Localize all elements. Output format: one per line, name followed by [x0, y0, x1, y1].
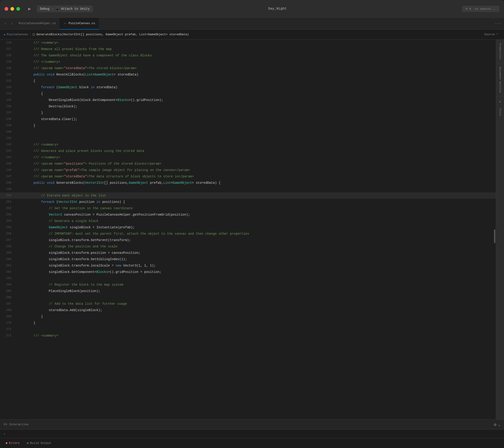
code-line-257: 257 singleBlock.transform.SetParent(tran… — [0, 237, 496, 243]
line-content-254[interactable]: // Generate a single block — [16, 218, 496, 224]
close-button[interactable] — [4, 7, 8, 11]
line-content-258[interactable]: // Change the position and the scale — [16, 243, 496, 250]
line-content-255[interactable]: GameObject singleBlock = Instantiate(pre… — [16, 224, 496, 231]
scroll-indicator[interactable] — [494, 230, 495, 243]
line-content-235[interactable]: ResetSingleBlock(block.GetComponent<Bloc… — [16, 97, 496, 103]
bottom-chevron-icon[interactable]: ⌄ — [498, 422, 500, 427]
line-content-269[interactable]: } — [16, 313, 496, 320]
tab-puzzle-canvas[interactable]: ✕ PuzzleCanvas.cs — [59, 18, 99, 30]
line-content-243[interactable]: /// Generate and place preset blocks usi… — [16, 148, 496, 154]
line-content-261[interactable]: singleBlock.transform.localScale = new V… — [16, 262, 496, 269]
play-button[interactable]: ▶ — [26, 5, 33, 13]
line-content-252[interactable]: // Get the position in the canvas coordi… — [16, 205, 496, 212]
code-line-241: 241 — [0, 135, 496, 141]
tabs-overflow-button[interactable]: ··· — [494, 20, 502, 27]
line-content-231[interactable]: public void ResetAllBlocks(List<GameObje… — [16, 71, 496, 78]
line-content-228[interactable]: /// The GameObject should have a compone… — [16, 52, 496, 59]
maximize-button[interactable] — [16, 7, 20, 11]
breadcrumb-class-icon: ◆ — [4, 33, 5, 36]
source-chevron-icon: ⌃ — [496, 33, 498, 36]
code-line-271: 271 — [0, 326, 496, 332]
attach-label: Attach to Unity — [61, 7, 90, 11]
line-content-229[interactable]: /// </summary> — [16, 59, 496, 65]
line-number-232: 232 — [0, 78, 16, 84]
line-number-261: 261 — [0, 262, 16, 269]
line-content-267[interactable]: // Add to the data list for further usag… — [16, 301, 496, 307]
breadcrumb-method[interactable]: GenerateBlocks(Vector2Int[] positions, G… — [36, 33, 189, 36]
debug-bar[interactable]: Debug › 📱 Attach to Unity — [37, 5, 93, 12]
code-line-246: 246 /// <param name="prefab">The sample … — [0, 167, 496, 173]
errors-item[interactable]: ● Errors — [4, 440, 21, 446]
tab-puzzle-canvas-helper[interactable]: PuzzleCanvasHelper.cs — [15, 18, 59, 30]
build-label: Build Output — [30, 441, 51, 445]
sidebar-tests[interactable]: Tests — [498, 106, 503, 118]
line-content-245[interactable]: /// <param name="positions"> Positions o… — [16, 160, 496, 167]
breadcrumb-class-label: PuzzleCanvas — [7, 33, 28, 36]
debug-label: Debug — [40, 7, 50, 11]
line-content-233[interactable]: foreach (GameObject block in storedData) — [16, 84, 496, 91]
sidebar-lightning-icon[interactable]: ⚡ — [498, 98, 502, 105]
line-content-242[interactable]: /// <summary> — [16, 141, 496, 148]
line-content-234[interactable]: { — [16, 91, 496, 97]
right-sidebar: Properties Document Outline ⚡ Tests — [496, 39, 504, 419]
line-content-272[interactable]: /// <summary> — [16, 332, 496, 339]
line-content-270[interactable]: } — [16, 320, 496, 326]
search-bar[interactable]: ⌘ ⌘. to search... — [462, 6, 500, 12]
bottom-settings-icon[interactable]: ⚙ — [494, 422, 497, 427]
breadcrumb-class[interactable]: PuzzleCanvas — [7, 33, 28, 36]
line-content-268[interactable]: storedData.Add(singleBlock); — [16, 307, 496, 313]
tab-forward-button[interactable]: › — [9, 20, 15, 27]
line-content-247[interactable]: /// <param name="storedData">The data st… — [16, 173, 496, 180]
line-number-272: 272 — [0, 332, 16, 339]
line-content-253[interactable]: Vector2 canvasPosition = PuzzleCanvasHel… — [16, 212, 496, 218]
code-line-259: 259 singleBlock.transform.position = can… — [0, 250, 496, 256]
line-number-269: 269 — [0, 313, 16, 320]
code-line-258: 258 // Change the position and the scale — [0, 243, 496, 250]
line-number-248: 248 — [0, 180, 16, 186]
line-number-229: 229 — [0, 59, 16, 65]
code-line-255: 255 GameObject singleBlock = Instantiate… — [0, 224, 496, 231]
sidebar-document-outline[interactable]: Document Outline — [498, 65, 503, 95]
status-bar: ● Errors ⊞ Build Output — [0, 438, 504, 448]
line-content-239[interactable]: } — [16, 122, 496, 129]
line-content-260[interactable]: singleBlock.transform.SetSiblingIndex(1)… — [16, 256, 496, 262]
line-content-256[interactable]: // IMPORTANT: must set the parent first,… — [16, 231, 496, 237]
code-line-253: 253 Vector2 canvasPosition = PuzzleCanva… — [0, 212, 496, 218]
tab-back-button[interactable]: ‹ — [2, 20, 9, 27]
line-content-236[interactable]: Destroy(block); — [16, 103, 496, 110]
line-content-230[interactable]: /// <param name="storedData">The stored … — [16, 65, 496, 71]
code-editor[interactable]: 226 /// <summary>227 /// Remove all pres… — [0, 39, 496, 419]
build-output-item[interactable]: ⊞ Build Output — [25, 441, 53, 446]
search-placeholder: ⌘. to search... — [469, 7, 496, 11]
line-content-238[interactable]: storedData.Clear(); — [16, 116, 496, 122]
line-number-243: 243 — [0, 148, 16, 154]
line-number-230: 230 — [0, 65, 16, 71]
line-number-257: 257 — [0, 237, 16, 243]
line-content-259[interactable]: singleBlock.transform.position = canvasP… — [16, 250, 496, 256]
line-number-247: 247 — [0, 173, 16, 180]
tab-close-icon[interactable]: ✕ — [63, 22, 67, 25]
sidebar-properties[interactable]: Properties — [498, 41, 503, 61]
line-content-248[interactable]: public void GenerateBlocks(Vector2Int[] … — [16, 180, 496, 186]
line-content-264[interactable]: // Register the block to the map system — [16, 282, 496, 288]
line-number-265: 265 — [0, 288, 16, 294]
source-button[interactable]: Source ⌃ — [482, 32, 500, 37]
line-content-227[interactable]: /// Remove all preset blocks from the ma… — [16, 46, 496, 52]
line-content-244[interactable]: /// </summary> — [16, 154, 496, 160]
line-content-257[interactable]: singleBlock.transform.SetParent(transfor… — [16, 237, 496, 243]
line-content-262[interactable]: singleBlock.GetComponent<Blocks>().gridP… — [16, 269, 496, 275]
line-number-237: 237 — [0, 110, 16, 116]
line-content-246[interactable]: /// <param name="prefab">The sample imag… — [16, 167, 496, 173]
line-content-265[interactable]: PlaceSingleBlock(position); — [16, 288, 496, 294]
line-content-250[interactable]: // Iterate each object in the list — [16, 192, 496, 199]
code-line-270: 270 } — [0, 320, 496, 326]
code-line-267: 267 // Add to the data list for further … — [0, 301, 496, 307]
line-number-241: 241 — [0, 135, 16, 141]
minimize-button[interactable] — [10, 7, 14, 11]
line-content-226[interactable]: /// <summary> — [16, 39, 496, 46]
line-number-262: 262 — [0, 269, 16, 275]
line-content-237[interactable]: } — [16, 110, 496, 116]
line-content-251[interactable]: foreach (Vector2Int position in position… — [16, 199, 496, 205]
line-content-232[interactable]: { — [16, 78, 496, 84]
breadcrumb-method-label: GenerateBlocks(Vector2Int[] positions, G… — [36, 33, 189, 36]
